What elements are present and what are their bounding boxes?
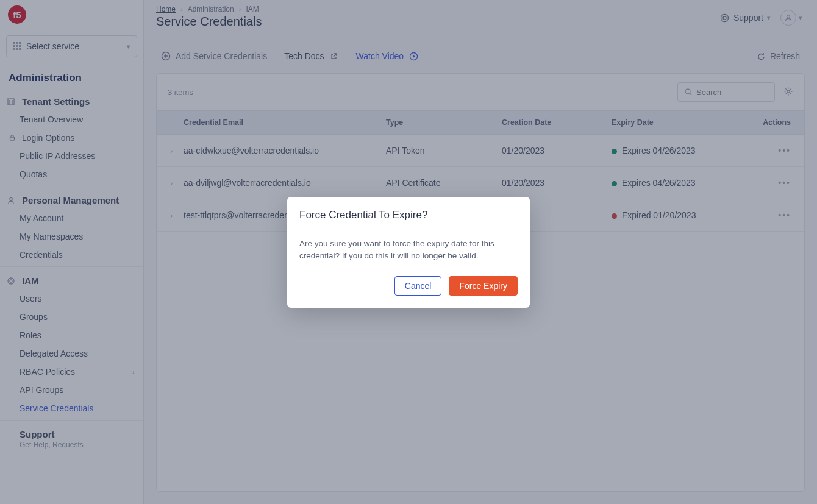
modal-body: Are you sure you want to force the expir… [287, 229, 530, 266]
modal-footer: Cancel Force Expiry [287, 266, 530, 308]
modal: Force Credential To Expire? Are you sure… [287, 197, 530, 308]
modal-title: Force Credential To Expire? [287, 197, 530, 229]
force-expiry-button[interactable]: Force Expiry [449, 276, 518, 296]
modal-overlay[interactable]: Force Credential To Expire? Are you sure… [0, 0, 817, 504]
cancel-button[interactable]: Cancel [394, 276, 442, 296]
